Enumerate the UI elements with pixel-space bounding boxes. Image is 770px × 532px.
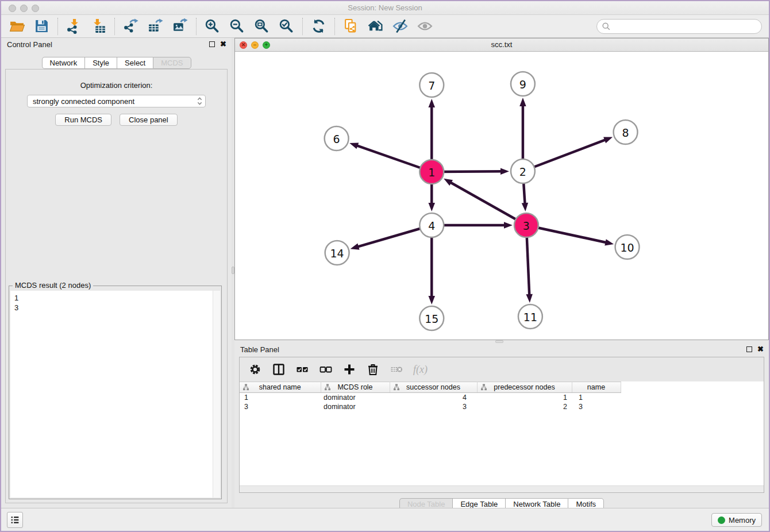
zoom-selected-icon[interactable] bbox=[274, 17, 299, 36]
edge-1-6[interactable] bbox=[349, 142, 432, 172]
task-history-button[interactable] bbox=[7, 512, 23, 528]
criterion-value: strongly connected component bbox=[33, 97, 197, 106]
table-row[interactable]: 1dominator411 bbox=[240, 393, 621, 402]
mcds-result-line: 3 bbox=[10, 303, 220, 313]
table-panel-buttons: ✖ bbox=[746, 346, 764, 353]
memory-status-icon bbox=[718, 516, 725, 524]
export-image-icon[interactable] bbox=[168, 17, 192, 36]
column-header-predecessor-nodes[interactable]: predecessor nodes bbox=[477, 382, 572, 393]
svg-text:8: 8 bbox=[622, 126, 629, 139]
column-header-mcds-role[interactable]: MCDS role bbox=[321, 382, 390, 393]
toolbar-separator bbox=[57, 18, 58, 35]
mcds-result-line: 1 bbox=[10, 291, 220, 303]
table-row[interactable]: 3dominator323 bbox=[240, 402, 621, 411]
tab-style[interactable]: Style bbox=[84, 57, 117, 69]
edge-2-8[interactable] bbox=[523, 137, 613, 171]
minimize-window-icon[interactable] bbox=[20, 5, 28, 12]
close-panel-icon[interactable]: ✖ bbox=[220, 41, 226, 48]
export-network-icon[interactable] bbox=[118, 17, 143, 36]
search-icon bbox=[602, 22, 611, 31]
tab-select[interactable]: Select bbox=[117, 57, 153, 69]
close-window-icon[interactable] bbox=[9, 5, 16, 12]
cell-predecessor-nodes[interactable]: 1 bbox=[477, 393, 572, 402]
float-table-panel-icon[interactable] bbox=[746, 346, 752, 352]
settings-icon[interactable] bbox=[248, 363, 262, 376]
deselect-all-icon[interactable] bbox=[319, 363, 333, 376]
apply-layout-icon[interactable] bbox=[306, 17, 331, 36]
delete-rows-icon[interactable] bbox=[366, 363, 380, 376]
column-label: predecessor nodes bbox=[494, 383, 555, 391]
cell-shared-name[interactable]: 3 bbox=[240, 402, 321, 411]
copy-network-icon[interactable] bbox=[338, 17, 363, 36]
cell-name[interactable]: 3 bbox=[572, 402, 621, 411]
mcds-result-title: MCDS result (2 nodes) bbox=[13, 281, 93, 290]
column-label: shared name bbox=[259, 383, 301, 391]
cell-name[interactable]: 1 bbox=[572, 393, 621, 402]
edge-3-10[interactable] bbox=[526, 225, 614, 245]
show-all-icon[interactable] bbox=[413, 17, 437, 36]
first-neighbors-icon[interactable] bbox=[363, 17, 388, 36]
minimize-network-icon[interactable]: − bbox=[251, 41, 259, 49]
column-header-name[interactable]: name bbox=[572, 382, 621, 393]
graph-node-6[interactable]: 6 bbox=[325, 126, 349, 151]
zoom-in-icon[interactable] bbox=[200, 17, 225, 36]
search-input[interactable] bbox=[611, 22, 757, 30]
hide-selected-icon[interactable] bbox=[388, 17, 413, 36]
graph-node-8[interactable]: 8 bbox=[614, 120, 638, 144]
graph-node-9[interactable]: 9 bbox=[511, 72, 535, 96]
column-label: MCDS role bbox=[337, 383, 372, 391]
svg-text:2: 2 bbox=[519, 165, 526, 178]
graph-node-4[interactable]: 4 bbox=[419, 213, 444, 237]
tab-mcds[interactable]: MCDS bbox=[153, 57, 191, 69]
cell-successor-nodes[interactable]: 3 bbox=[390, 402, 477, 411]
close-network-icon[interactable]: ✕ bbox=[240, 41, 247, 49]
list-icon bbox=[9, 514, 21, 526]
add-row-icon[interactable] bbox=[342, 363, 356, 376]
column-header-shared-name[interactable]: shared name bbox=[240, 382, 321, 393]
maximize-network-icon[interactable]: + bbox=[263, 41, 270, 49]
criterion-dropdown[interactable]: strongly connected component bbox=[27, 95, 206, 107]
svg-text:7: 7 bbox=[428, 79, 435, 92]
edge-3-1[interactable] bbox=[444, 179, 526, 225]
zoom-out-icon[interactable] bbox=[225, 17, 249, 36]
toolbar-separator bbox=[114, 18, 115, 35]
cell-predecessor-nodes[interactable]: 2 bbox=[477, 402, 572, 411]
cell-shared-name[interactable]: 1 bbox=[240, 393, 321, 402]
table-panel: Table Panel ✖ f(x) shared nameMCDS roles… bbox=[234, 343, 769, 510]
float-panel-icon[interactable] bbox=[209, 41, 215, 47]
import-network-icon[interactable] bbox=[61, 17, 86, 36]
mcds-result-scrollbar[interactable] bbox=[213, 291, 220, 498]
network-window-titlebar[interactable]: ✕ − + scc.txt bbox=[235, 38, 768, 52]
column-header-successor-nodes[interactable]: successor nodes bbox=[390, 382, 477, 393]
mcds-result-text[interactable]: 13 bbox=[10, 291, 220, 498]
memory-button[interactable]: Memory bbox=[711, 513, 762, 527]
columns-icon[interactable] bbox=[272, 363, 286, 376]
graph-node-10[interactable]: 10 bbox=[615, 235, 640, 259]
import-table-icon[interactable] bbox=[86, 17, 111, 36]
zoom-fit-icon[interactable] bbox=[249, 17, 274, 36]
graph-node-2[interactable]: 2 bbox=[511, 159, 535, 183]
graph-node-1[interactable]: 1 bbox=[419, 160, 444, 184]
graph-node-3[interactable]: 3 bbox=[514, 213, 538, 237]
app-titlebar: Session: New Session bbox=[1, 1, 769, 15]
graph-node-14[interactable]: 14 bbox=[325, 241, 349, 265]
search-box[interactable] bbox=[596, 19, 762, 34]
tab-network[interactable]: Network bbox=[41, 57, 84, 69]
close-panel-button[interactable]: Close panel bbox=[120, 114, 178, 126]
graph-node-11[interactable]: 11 bbox=[518, 304, 542, 329]
export-table-icon[interactable] bbox=[143, 17, 168, 36]
cell-successor-nodes[interactable]: 4 bbox=[390, 393, 477, 402]
open-session-icon[interactable] bbox=[5, 17, 29, 36]
graph-node-15[interactable]: 15 bbox=[419, 306, 444, 330]
cell-mcds-role[interactable]: dominator bbox=[321, 402, 390, 411]
run-mcds-button[interactable]: Run MCDS bbox=[55, 114, 111, 126]
select-all-icon[interactable] bbox=[295, 363, 309, 376]
close-table-panel-icon[interactable]: ✖ bbox=[757, 346, 764, 353]
graph-node-7[interactable]: 7 bbox=[419, 73, 444, 97]
cell-mcds-role[interactable]: dominator bbox=[321, 393, 390, 402]
zoom-window-icon[interactable] bbox=[32, 5, 39, 12]
network-canvas[interactable]: 7968124314101511 bbox=[235, 52, 768, 340]
table-hscrollbar[interactable] bbox=[240, 485, 764, 492]
node-table: shared nameMCDS rolesuccessor nodesprede… bbox=[240, 381, 621, 411]
save-session-icon[interactable] bbox=[29, 17, 54, 36]
